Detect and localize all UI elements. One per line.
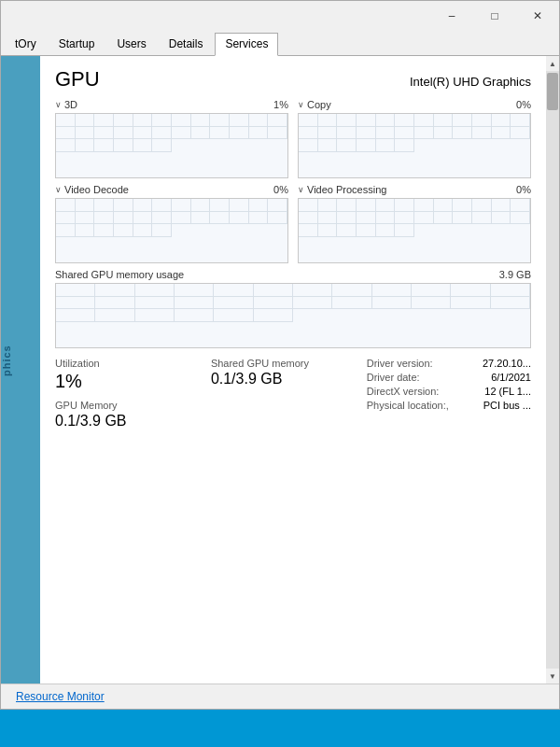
graph-3d-label: ∨ 3D (55, 99, 77, 110)
shared-memory-section: Shared GPU memory usage 3.9 GB (55, 269, 531, 348)
gpu-header: GPU Intel(R) UHD Graphics (55, 67, 531, 92)
window-controls: – □ ✕ (430, 1, 559, 31)
stats-section: Utilization 1% GPU Memory 0.1/3.9 GB Sha… (55, 358, 531, 430)
task-manager-window: – □ ✕ tOry Startup Users Details Service… (0, 0, 560, 710)
graph-vd-grid (56, 199, 287, 262)
utilization-value: 1% (55, 371, 192, 392)
graph-copy-canvas (298, 113, 531, 178)
graph-3d: ∨ 3D 1% (55, 99, 288, 178)
close-button[interactable]: ✕ (516, 1, 559, 31)
driver-date-value: 6/1/2021 (491, 372, 531, 383)
tab-services[interactable]: Services (215, 33, 278, 56)
shared-memory-canvas (55, 283, 531, 348)
graph-vd-label-row: ∨ Video Decode 0% (55, 184, 288, 195)
graph-3d-title: 3D (64, 99, 77, 110)
utilization-label: Utilization (55, 358, 192, 369)
graph-vp-label-row: ∨ Video Processing 0% (298, 184, 531, 195)
chevron-copy: ∨ (298, 100, 304, 109)
driver-version-value: 27.20.10... (483, 358, 531, 369)
shared-memory-label: Shared GPU memory usage (55, 269, 184, 280)
shared-gpu-memory-stat-label: Shared GPU memory (211, 358, 348, 369)
content-area: phics GPU Intel(R) UHD Graphics ∨ 3D 1% (1, 56, 559, 684)
title-bar: – □ ✕ (1, 1, 559, 31)
graph-copy: ∨ Copy 0% (298, 99, 531, 178)
driver-version-row: Driver version: 27.20.10... (367, 358, 531, 369)
resource-monitor-link[interactable]: Resource Monitor (1, 684, 559, 709)
graph-copy-title: Copy (307, 99, 331, 110)
graph-video-processing: ∨ Video Processing 0% (298, 184, 531, 263)
tab-history[interactable]: tOry (5, 33, 47, 55)
physical-location-label: Physical location:, (367, 400, 449, 411)
sidebar-gpu-label: phics (1, 56, 40, 684)
graph-vp-label: ∨ Video Processing (298, 184, 386, 195)
utilization-block: Utilization 1% GPU Memory 0.1/3.9 GB (55, 358, 192, 430)
gpu-title: GPU (55, 67, 100, 92)
shared-memory-value: 3.9 GB (499, 269, 531, 280)
taskbar (0, 710, 560, 747)
maximize-button[interactable]: □ (473, 1, 516, 31)
graph-vp-canvas (298, 198, 531, 263)
physical-location-value: PCI bus ... (483, 400, 531, 411)
shared-gpu-memory-stat-value: 0.1/3.9 GB (211, 371, 348, 388)
driver-version-label: Driver version: (367, 358, 433, 369)
directx-value: 12 (FL 1... (484, 386, 531, 397)
scrollbar[interactable]: ▲ ▼ (546, 56, 559, 684)
nav-tabs: tOry Startup Users Details Services (1, 31, 559, 56)
gpu-adapter-name: Intel(R) UHD Graphics (410, 75, 531, 89)
driver-date-row: Driver date: 6/1/2021 (367, 372, 531, 383)
scroll-down-arrow[interactable]: ▼ (546, 669, 559, 684)
graph-vd-canvas (55, 198, 288, 263)
directx-label: DirectX version: (367, 386, 440, 397)
tab-startup[interactable]: Startup (49, 33, 105, 55)
minimize-button[interactable]: – (430, 1, 473, 31)
graph-copy-label-row: ∨ Copy 0% (298, 99, 531, 110)
graph-3d-pct: 1% (273, 99, 288, 110)
graph-video-decode: ∨ Video Decode 0% (55, 184, 288, 263)
shared-gpu-memory-block: Shared GPU memory 0.1/3.9 GB (211, 358, 348, 430)
directx-row: DirectX version: 12 (FL 1... (367, 386, 531, 397)
driver-date-label: Driver date: (367, 372, 420, 383)
scroll-track[interactable] (546, 71, 559, 669)
graph-vd-title: Video Decode (64, 184, 129, 195)
main-panel: GPU Intel(R) UHD Graphics ∨ 3D 1% (40, 56, 546, 684)
graph-3d-grid (56, 114, 287, 177)
gpu-memory-stat-label: GPU Memory (55, 400, 192, 411)
tab-details[interactable]: Details (159, 33, 214, 55)
graph-copy-pct: 0% (516, 99, 531, 110)
scroll-thumb[interactable] (547, 73, 558, 110)
tab-users[interactable]: Users (106, 33, 156, 55)
graph-vd-label: ∨ Video Decode (55, 184, 129, 195)
graph-vp-grid (299, 199, 530, 262)
graph-vd-pct: 0% (273, 184, 288, 195)
gpu-memory-stat-value: 0.1/3.9 GB (55, 413, 192, 430)
graph-3d-label-row: ∨ 3D 1% (55, 99, 288, 110)
chevron-vp: ∨ (298, 185, 304, 194)
graph-row-bottom: ∨ Video Decode 0% (55, 184, 531, 263)
graph-row-top: ∨ 3D 1% (55, 99, 531, 178)
shared-memory-grid (56, 284, 530, 347)
chevron-3d: ∨ (55, 100, 62, 109)
graph-vp-pct: 0% (516, 184, 531, 195)
chevron-vd: ∨ (55, 185, 62, 194)
driver-info: Driver version: 27.20.10... Driver date:… (367, 358, 531, 430)
scroll-up-arrow[interactable]: ▲ (546, 56, 559, 71)
shared-memory-label-row: Shared GPU memory usage 3.9 GB (55, 269, 531, 280)
graph-3d-canvas (55, 113, 288, 178)
physical-location-row: Physical location:, PCI bus ... (367, 400, 531, 411)
graph-copy-label: ∨ Copy (298, 99, 331, 110)
graph-copy-grid (299, 114, 530, 177)
graph-vp-title: Video Processing (307, 184, 386, 195)
